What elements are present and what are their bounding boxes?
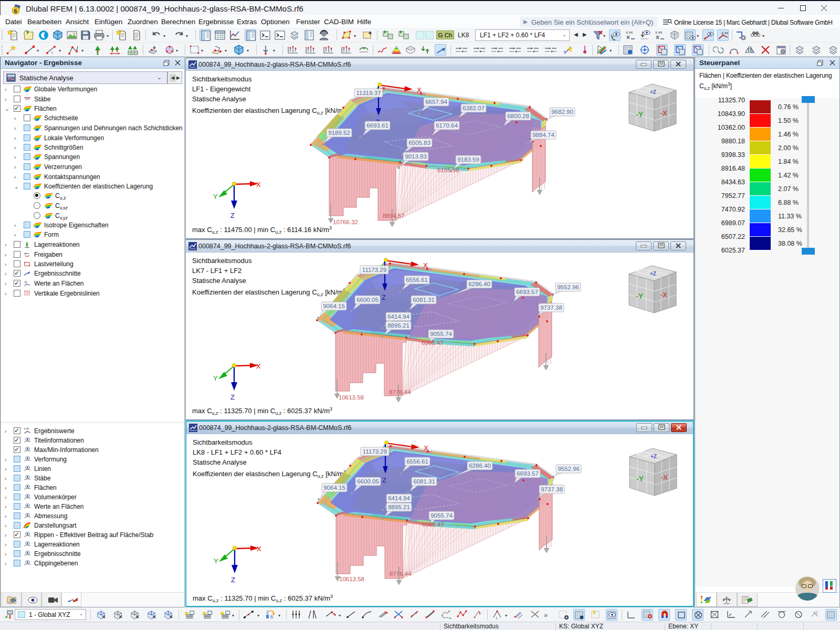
svg-text:11319.37: 11319.37 xyxy=(356,90,381,96)
svg-text:6600.05: 6600.05 xyxy=(356,297,379,303)
svg-text:10766.32: 10766.32 xyxy=(333,219,358,225)
svg-text:6800.28: 6800.28 xyxy=(507,113,529,119)
svg-text:6505.83: 6505.83 xyxy=(408,140,430,146)
svg-text:9064.15: 9064.15 xyxy=(323,485,345,491)
svg-text:6081.31: 6081.31 xyxy=(413,478,435,485)
svg-text:11173.29: 11173.29 xyxy=(362,267,386,273)
svg-text:6065.47: 6065.47 xyxy=(422,521,444,528)
svg-text:10613.58: 10613.58 xyxy=(339,394,364,401)
svg-text:6382.07: 6382.07 xyxy=(463,105,485,111)
svg-text:6556.61: 6556.61 xyxy=(406,458,428,465)
svg-text:6414.94: 6414.94 xyxy=(387,313,410,320)
svg-text:6170.64: 6170.64 xyxy=(436,122,458,129)
svg-text:6657.94: 6657.94 xyxy=(425,99,447,105)
svg-text:I: I xyxy=(51,51,52,55)
svg-text:9552.96: 9552.96 xyxy=(557,284,579,290)
svg-text:6155.98: 6155.98 xyxy=(437,167,459,173)
svg-text:6693.57: 6693.57 xyxy=(517,470,539,477)
svg-text:8776.44: 8776.44 xyxy=(389,389,411,395)
svg-text:9737.38: 9737.38 xyxy=(540,304,562,311)
svg-text:6693.57: 6693.57 xyxy=(516,289,538,295)
svg-text:9013.83: 9013.83 xyxy=(405,153,427,160)
svg-text:2: 2 xyxy=(266,610,269,615)
svg-text:9884.74: 9884.74 xyxy=(532,132,554,138)
svg-text:6081.31: 6081.31 xyxy=(413,297,435,303)
svg-text:6286.40: 6286.40 xyxy=(468,281,490,287)
svg-text:8895.21: 8895.21 xyxy=(388,504,410,510)
svg-text:9682.90: 9682.90 xyxy=(551,109,573,115)
svg-text:9055.74: 9055.74 xyxy=(430,512,453,519)
svg-text:6600.05: 6600.05 xyxy=(357,478,379,485)
svg-text:9183.59: 9183.59 xyxy=(457,156,479,163)
svg-text:9737.38: 9737.38 xyxy=(541,486,563,492)
svg-text:9055.74: 9055.74 xyxy=(430,331,452,337)
svg-text:6556.61: 6556.61 xyxy=(406,277,428,283)
svg-text:9064.15: 9064.15 xyxy=(323,303,345,309)
svg-text:6693.61: 6693.61 xyxy=(366,122,388,129)
svg-text:8895.21: 8895.21 xyxy=(387,322,410,329)
svg-text:6414.94: 6414.94 xyxy=(388,495,410,501)
svg-text:x.xx: x.xx xyxy=(24,427,29,430)
svg-text:8894.57: 8894.57 xyxy=(383,213,405,219)
svg-text:6: 6 xyxy=(14,8,17,14)
svg-text:8776.44: 8776.44 xyxy=(390,571,412,577)
svg-text:9552.96: 9552.96 xyxy=(558,466,580,472)
svg-text:9189.52: 9189.52 xyxy=(328,130,350,136)
svg-text:10613.58: 10613.58 xyxy=(339,576,364,582)
svg-text:6: 6 xyxy=(270,614,273,620)
svg-text:6065.47: 6065.47 xyxy=(422,340,444,346)
svg-text:I: I xyxy=(496,616,497,620)
svg-text:11173.29: 11173.29 xyxy=(363,448,387,455)
svg-text:6286.40: 6286.40 xyxy=(469,463,491,469)
